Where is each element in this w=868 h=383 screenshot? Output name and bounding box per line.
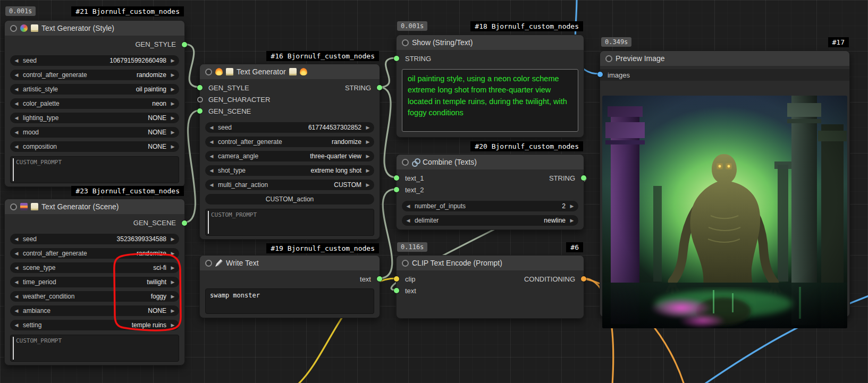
collapse-dot-icon[interactable] [402,39,409,46]
increment-arrow-icon[interactable] [170,84,175,95]
widget-ambiance[interactable]: ambianceNONE [10,305,179,316]
input-dot-gen-style[interactable] [197,85,203,90]
collapse-dot-icon[interactable] [402,159,409,166]
widget-multi-char-action[interactable]: multi_char_actionCUSTOM [205,180,374,190]
increment-arrow-icon[interactable] [170,262,175,273]
output-dot-text[interactable] [377,276,382,282]
input-dot-clip[interactable] [394,276,399,282]
increment-arrow-icon[interactable] [170,305,175,316]
decrement-arrow-icon[interactable] [14,127,19,138]
output-dot-conditioning[interactable] [581,276,586,282]
custom-prompt-textarea[interactable]: CUSTOM_PROMPT [205,209,374,236]
increment-arrow-icon[interactable] [365,165,370,176]
decrement-arrow-icon[interactable] [14,305,19,316]
decrement-arrow-icon[interactable] [14,248,19,259]
widget-artistic-style[interactable]: artistic_styleoil painting [10,84,179,95]
custom-prompt-textarea[interactable]: CUSTOM_PROMPT [10,156,179,183]
increment-arrow-icon[interactable] [170,234,175,244]
widget-camera-angle[interactable]: camera_anglethree-quarter view [205,151,374,161]
increment-arrow-icon[interactable] [170,113,175,123]
input-dot-gen-character[interactable] [197,97,203,103]
collapse-dot-icon[interactable] [10,203,17,210]
node-graph-canvas[interactable]: 0.001s #21 Bjornulf_custom_nodes Text Ge… [0,0,868,383]
decrement-arrow-icon[interactable] [14,277,19,287]
output-dot-gen-style[interactable] [182,42,187,47]
widget-seed[interactable]: seed617744537302852 [205,122,374,133]
increment-arrow-icon[interactable] [170,70,175,80]
input-dot-string[interactable] [394,56,399,61]
increment-arrow-icon[interactable] [170,55,175,66]
increment-arrow-icon[interactable] [170,141,175,152]
decrement-arrow-icon[interactable] [14,113,19,123]
widget-scene-type[interactable]: scene_typesci-fi [10,262,179,273]
node-title-bar[interactable]: Text Generator (Style) [5,21,184,36]
node-title-bar[interactable]: Preview Image [600,51,849,66]
increment-arrow-icon[interactable] [170,277,175,287]
node-title-bar[interactable]: Combine (Texts) [397,155,584,169]
decrement-arrow-icon[interactable] [14,141,19,152]
decrement-arrow-icon[interactable] [406,215,411,226]
decrement-arrow-icon[interactable] [406,201,411,211]
widget-number-of-inputs[interactable]: number_of_inputs2 [402,201,578,211]
decrement-arrow-icon[interactable] [14,98,19,109]
input-dot-text-2[interactable] [394,187,399,192]
node-clip-text-encode[interactable]: CLIP Text Encode (Prompt) clipCONDITIONI… [396,255,584,319]
widget-weather-condition[interactable]: weather_conditionfoggy [10,291,179,302]
decrement-arrow-icon[interactable] [14,55,19,66]
decrement-arrow-icon[interactable] [14,320,19,330]
input-dot-images[interactable] [597,72,603,77]
node-title-bar[interactable]: Text Generator (Scene) [5,199,184,214]
decrement-arrow-icon[interactable] [209,165,214,176]
widget-time-period[interactable]: time_periodtwilight [10,277,179,287]
widget-lighting-type[interactable]: lighting_typeNONE [10,113,179,123]
node-title-bar[interactable]: Show (String/Text) [397,35,584,50]
input-dot-gen-scene[interactable] [197,108,203,114]
increment-arrow-icon[interactable] [170,291,175,302]
node-preview-image[interactable]: Preview Image images [600,50,850,317]
increment-arrow-icon[interactable] [170,98,175,109]
input-dot-text-1[interactable] [394,175,399,181]
show-text-display[interactable]: oil painting style, using a neon color s… [402,69,578,132]
node-title-bar[interactable]: Write Text [200,256,380,270]
decrement-arrow-icon[interactable] [14,291,19,302]
collapse-dot-icon[interactable] [402,260,409,267]
decrement-arrow-icon[interactable] [14,70,19,80]
increment-arrow-icon[interactable] [365,137,370,147]
increment-arrow-icon[interactable] [365,151,370,161]
widget-shot-type[interactable]: shot_typeextreme long shot [205,165,374,176]
widget-custom-action[interactable]: CUSTOM_action [205,194,374,205]
increment-arrow-icon[interactable] [365,122,370,133]
increment-arrow-icon[interactable] [170,248,175,259]
increment-arrow-icon[interactable] [569,201,575,211]
decrement-arrow-icon[interactable] [209,151,214,161]
decrement-arrow-icon[interactable] [209,137,214,147]
widget-setting[interactable]: settingtemple ruins [10,320,179,330]
node-title-bar[interactable]: CLIP Text Encode (Prompt) [397,256,584,270]
collapse-dot-icon[interactable] [205,260,212,267]
decrement-arrow-icon[interactable] [14,262,19,273]
increment-arrow-icon[interactable] [569,215,575,226]
decrement-arrow-icon[interactable] [209,180,214,190]
node-title-bar[interactable]: Text Generator [200,64,380,79]
widget-seed[interactable]: seed35236399334588 [10,234,179,244]
decrement-arrow-icon[interactable] [14,84,19,95]
custom-prompt-textarea[interactable]: CUSTOM_PROMPT [10,335,179,362]
write-text-textarea[interactable]: swamp monster [205,288,374,314]
node-write-text[interactable]: Write Text text swamp monster [199,255,380,318]
node-show-string-text[interactable]: Show (String/Text) STRING oil painting s… [396,35,584,138]
node-text-generator[interactable]: Text Generator GEN_STYLESTRING GEN_CHARA… [199,64,380,240]
collapse-dot-icon[interactable] [10,25,17,32]
widget-delimiter[interactable]: delimiternewline [402,215,578,226]
increment-arrow-icon[interactable] [170,320,175,330]
node-text-generator-scene[interactable]: Text Generator (Scene) GEN_SCENE seed352… [4,199,185,365]
output-dot-string[interactable] [377,85,382,90]
widget-control-after-generate[interactable]: control_after_generaterandomize [205,137,374,147]
node-combine-texts[interactable]: Combine (Texts) text_1STRING text_2 numb… [396,154,584,230]
widget-seed[interactable]: seed1067915992660498 [10,55,179,66]
increment-arrow-icon[interactable] [365,180,370,190]
widget-mood[interactable]: moodNONE [10,127,179,138]
decrement-arrow-icon[interactable] [14,234,19,244]
widget-control-after-generate[interactable]: control_after_generaterandomize [10,70,179,80]
collapse-dot-icon[interactable] [605,55,612,62]
node-text-generator-style[interactable]: Text Generator (Style) GEN_STYLE seed106… [4,20,185,187]
